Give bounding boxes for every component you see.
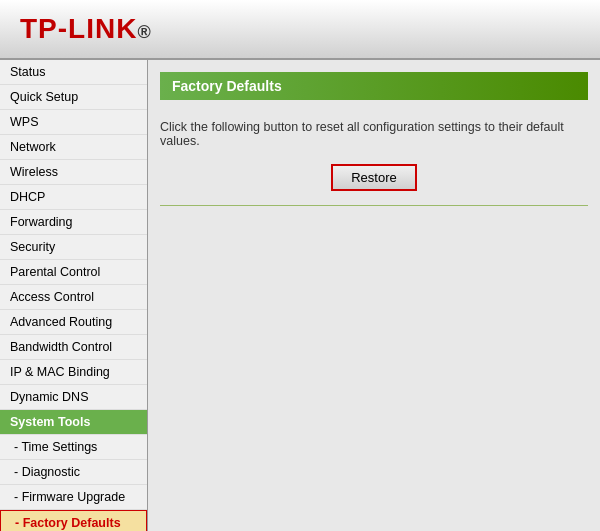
sidebar-item-factory-defaults[interactable]: - Factory Defaults	[0, 510, 147, 531]
sidebar-item-quick-setup[interactable]: Quick Setup	[0, 85, 147, 110]
sidebar-item-wireless[interactable]: Wireless	[0, 160, 147, 185]
page-title: Factory Defaults	[172, 78, 282, 94]
logo-text: TP-LINK	[20, 13, 137, 44]
description-text: Click the following button to reset all …	[160, 120, 588, 148]
logo: TP-LINK®	[20, 13, 152, 45]
main-layout: Status Quick Setup WPS Network Wireless …	[0, 60, 600, 531]
sidebar-item-network[interactable]: Network	[0, 135, 147, 160]
sidebar-item-security[interactable]: Security	[0, 235, 147, 260]
sidebar-item-forwarding[interactable]: Forwarding	[0, 210, 147, 235]
sidebar-item-time-settings[interactable]: - Time Settings	[0, 435, 147, 460]
sidebar-item-parental-control[interactable]: Parental Control	[0, 260, 147, 285]
content-header: Factory Defaults	[160, 72, 588, 100]
sidebar-item-dhcp[interactable]: DHCP	[0, 185, 147, 210]
sidebar-item-bandwidth-control[interactable]: Bandwidth Control	[0, 335, 147, 360]
sidebar-item-advanced-routing[interactable]: Advanced Routing	[0, 310, 147, 335]
sidebar-item-diagnostic[interactable]: - Diagnostic	[0, 460, 147, 485]
sidebar-item-system-tools[interactable]: System Tools	[0, 410, 147, 435]
content-area: Factory Defaults Click the following but…	[148, 60, 600, 531]
sidebar-item-dynamic-dns[interactable]: Dynamic DNS	[0, 385, 147, 410]
button-container: Restore	[160, 164, 588, 191]
divider	[160, 205, 588, 206]
sidebar-item-ip-mac-binding[interactable]: IP & MAC Binding	[0, 360, 147, 385]
restore-button[interactable]: Restore	[331, 164, 417, 191]
header: TP-LINK®	[0, 0, 600, 60]
sidebar-item-firmware-upgrade[interactable]: - Firmware Upgrade	[0, 485, 147, 510]
sidebar-item-status[interactable]: Status	[0, 60, 147, 85]
sidebar-item-access-control[interactable]: Access Control	[0, 285, 147, 310]
sidebar-item-wps[interactable]: WPS	[0, 110, 147, 135]
logo-mark: ®	[137, 22, 151, 42]
sidebar: Status Quick Setup WPS Network Wireless …	[0, 60, 148, 531]
content-body: Click the following button to reset all …	[148, 100, 600, 240]
